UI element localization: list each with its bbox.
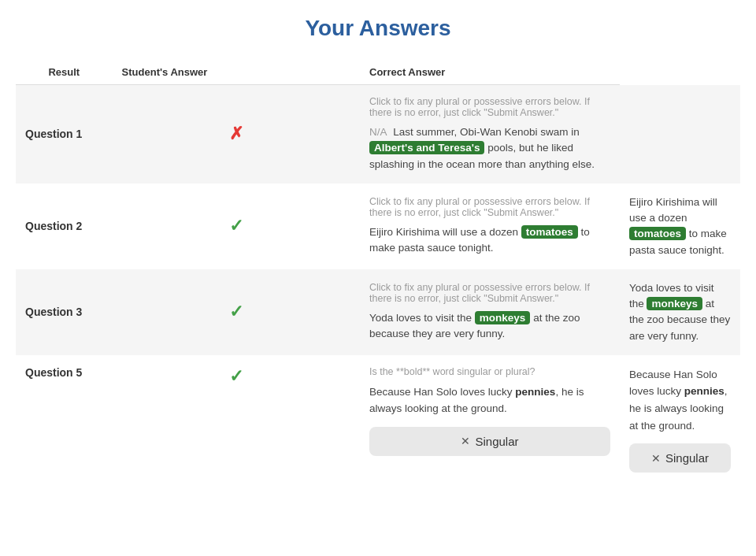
q3-student-answer: Click to fix any plural or possessive er… — [369, 282, 610, 343]
q5-instruction: Is the **bold** word singular or plural? — [369, 366, 610, 377]
table-row: Question 2 ✓ Click to fix any plural or … — [16, 183, 740, 269]
q5-student-answer: Is the **bold** word singular or plural?… — [369, 366, 610, 456]
q2-label-cell: Question 2 — [16, 183, 113, 269]
col-header-student-answer: Student's Answer — [113, 60, 360, 85]
q5-student-answer-cell: Is the **bold** word singular or plural?… — [360, 355, 620, 484]
q2-student-highlight[interactable]: tomatoes — [521, 225, 578, 239]
q3-correct-highlight: monkeys — [647, 297, 702, 310]
q2-student-answer: Click to fix any plural or possessive er… — [369, 196, 610, 257]
q3-correct-answer: Yoda loves to visit the monkeys at the z… — [629, 280, 731, 344]
answers-table: Result Student's Answer Correct Answer Q… — [16, 60, 740, 484]
q2-correct-answer-cell: Eijiro Kirishima will use a dozen tomato… — [620, 183, 740, 269]
q2-result-cell: ✓ — [113, 183, 360, 269]
q2-answer-text: Eijiro Kirishima will use a dozen tomato… — [369, 224, 610, 257]
q2-result-icon: ✓ — [229, 216, 243, 235]
q2-correct-text: Eijiro Kirishima will use a dozen tomato… — [629, 195, 731, 258]
q1-result-icon: ✗ — [229, 124, 243, 143]
q1-highlight[interactable]: Albert's and Teresa's — [369, 141, 484, 154]
q5-correct-text: Because Han Solo loves lucky pennies, he… — [629, 366, 731, 434]
col-header-result: Result — [16, 60, 113, 85]
q5-student-text: Because Han Solo loves lucky pennies, he… — [369, 384, 610, 417]
q1-instruction: Click to fix any plural or possessive er… — [369, 96, 610, 118]
table-row: Question 1 ✗ Click to fix any plural or … — [16, 85, 740, 183]
q2-correct-highlight: tomatoes — [629, 227, 686, 240]
q5-correct-answer: Because Han Solo loves lucky pennies, he… — [629, 366, 731, 473]
col-header-correct-answer: Correct Answer — [360, 60, 620, 85]
q5-student-btn-label: Singular — [475, 435, 518, 448]
table-row: Question 3 ✓ Click to fix any plural or … — [16, 269, 740, 355]
q1-student-answer: Click to fix any plural or possessive er… — [369, 96, 610, 172]
table-row: Question 5 ✓ Is the **bold** word singul… — [16, 355, 740, 484]
q5-correct-answer-cell: Because Han Solo loves lucky pennies, he… — [620, 355, 740, 484]
q1-na-label: N/A — [369, 126, 387, 138]
q1-label: Question 1 — [25, 128, 82, 140]
q3-result-icon: ✓ — [229, 302, 243, 321]
q5-result-icon: ✓ — [229, 366, 243, 386]
q5-correct-btn-label: Singular — [665, 451, 709, 465]
q2-correct-answer: Eijiro Kirishima will use a dozen tomato… — [629, 195, 731, 258]
q5-result-cell: ✓ — [113, 355, 360, 484]
q1-answer-text: N/A Last summer, Obi-Wan Kenobi swam in … — [369, 124, 610, 172]
q3-result-cell: ✓ — [113, 269, 360, 355]
q5-correct-singular-button: ✕ Singular — [629, 443, 731, 473]
q3-student-answer-cell: Click to fix any plural or possessive er… — [360, 269, 620, 355]
q3-label-cell: Question 3 — [16, 269, 113, 355]
q3-label: Question 3 — [25, 306, 82, 318]
page-container: Your Answers Result Student's Answer Cor… — [0, 0, 756, 515]
q5-student-btn-x-icon: ✕ — [461, 435, 470, 447]
page-title: Your Answers — [16, 16, 740, 41]
q1-correct-answer-cell — [620, 85, 740, 183]
q5-correct-bold-word: pennies — [684, 385, 724, 397]
table-header-row: Result Student's Answer Correct Answer — [16, 60, 740, 85]
q2-label: Question 2 — [25, 220, 82, 232]
q5-correct-btn-x-icon: ✕ — [651, 452, 661, 465]
q2-student-answer-cell: Click to fix any plural or possessive er… — [360, 183, 620, 269]
q5-label: Question 5 — [25, 366, 82, 379]
q3-correct-answer-cell: Yoda loves to visit the monkeys at the z… — [620, 269, 740, 355]
q1-result-cell: ✗ — [113, 85, 360, 183]
q5-student-bold-word: pennies — [515, 386, 555, 398]
q2-instruction: Click to fix any plural or possessive er… — [369, 196, 610, 218]
q1-student-answer-cell: Click to fix any plural or possessive er… — [360, 85, 620, 183]
q1-label-cell: Question 1 — [16, 85, 113, 183]
q3-student-highlight[interactable]: monkeys — [475, 311, 531, 324]
q5-label-cell: Question 5 — [16, 355, 113, 484]
q5-student-singular-button[interactable]: ✕ Singular — [369, 427, 610, 456]
q3-correct-text: Yoda loves to visit the monkeys at the z… — [629, 280, 731, 344]
q3-instruction: Click to fix any plural or possessive er… — [369, 282, 610, 304]
q3-answer-text: Yoda loves to visit the monkeys at the z… — [369, 310, 610, 343]
